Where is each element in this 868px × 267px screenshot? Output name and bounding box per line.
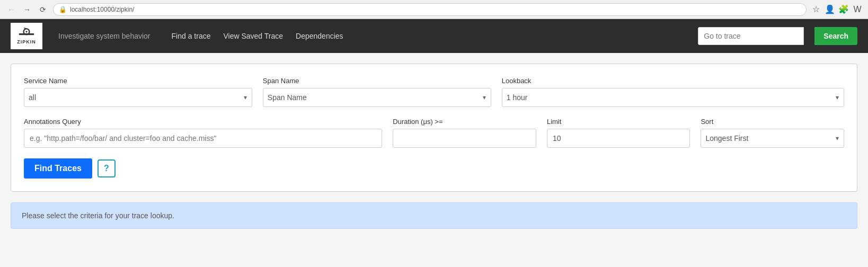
lookback-select-wrapper: 1 hour 2 hours 6 hours 12 hours 1 day 2 … — [502, 88, 844, 107]
sort-select-wrapper: Longest First Newest First — [701, 129, 844, 148]
limit-input[interactable] — [547, 129, 690, 148]
lookback-label: Lookback — [502, 77, 844, 85]
forward-button[interactable]: → — [21, 4, 33, 15]
browser-actions: ☆ 👤 🧩 W — [811, 4, 863, 15]
limit-group: Limit — [547, 118, 690, 148]
navbar: ZIPKIN Investigate system behavior Find … — [0, 19, 868, 53]
sort-label: Sort — [701, 118, 844, 126]
service-name-group: Service Name all — [24, 77, 252, 107]
info-banner: Please select the criteria for your trac… — [11, 202, 857, 229]
annotations-label: Annotations Query — [24, 118, 382, 126]
service-name-select-wrapper: all — [24, 88, 252, 107]
profile-icon[interactable]: 👤 — [825, 4, 835, 15]
sort-select[interactable]: Longest First Newest First — [701, 129, 844, 148]
nav-find-trace[interactable]: Find a trace — [166, 29, 216, 43]
service-name-select[interactable]: all — [24, 88, 252, 107]
url-text: localhost:10000/zipkin/ — [70, 6, 134, 13]
info-banner-message: Please select the criteria for your trac… — [22, 211, 174, 220]
star-icon[interactable]: ☆ — [811, 4, 821, 15]
search-card: Service Name all Span Name Span Name Loo… — [11, 64, 857, 192]
account-icon[interactable]: W — [852, 4, 863, 15]
service-name-label: Service Name — [24, 77, 252, 85]
span-name-select[interactable]: Span Name — [263, 88, 491, 107]
url-bar: 🔒 localhost:10000/zipkin/ — [53, 3, 807, 16]
navbar-search-button[interactable]: Search — [814, 27, 857, 45]
goto-trace-input[interactable] — [698, 27, 804, 45]
find-traces-button[interactable]: Find Traces — [24, 158, 92, 179]
span-name-group: Span Name Span Name — [263, 77, 491, 107]
duration-label: Duration (μs) >= — [393, 118, 536, 126]
nav-view-saved-trace[interactable]: View Saved Trace — [218, 29, 288, 43]
zipkin-logo-svg — [18, 28, 35, 39]
duration-input[interactable] — [393, 129, 536, 148]
nav-dependencies[interactable]: Dependencies — [290, 29, 349, 43]
zipkin-logo-box: ZIPKIN — [11, 23, 42, 49]
navbar-links: Find a trace View Saved Trace Dependenci… — [166, 29, 349, 43]
back-button[interactable]: ← — [5, 4, 17, 15]
action-row: Find Traces ? — [24, 158, 844, 179]
sort-group: Sort Longest First Newest First — [701, 118, 844, 148]
main-content: Service Name all Span Name Span Name Loo… — [0, 53, 868, 267]
lookback-group: Lookback 1 hour 2 hours 6 hours 12 hours… — [502, 77, 844, 107]
refresh-button[interactable]: ⟳ — [37, 4, 49, 15]
annotations-group: Annotations Query — [24, 118, 382, 148]
span-name-label: Span Name — [263, 77, 491, 85]
zipkin-logo[interactable]: ZIPKIN — [11, 23, 42, 49]
browser-chrome: ← → ⟳ 🔒 localhost:10000/zipkin/ ☆ 👤 🧩 W — [0, 0, 868, 19]
svg-line-3 — [24, 28, 26, 29]
span-name-select-wrapper: Span Name — [263, 88, 491, 107]
extensions-icon[interactable]: 🧩 — [838, 4, 849, 15]
lock-icon: 🔒 — [59, 6, 67, 13]
annotations-input[interactable] — [24, 129, 382, 148]
svg-point-2 — [25, 31, 27, 32]
form-row-1: Service Name all Span Name Span Name Loo… — [24, 77, 844, 107]
lookback-select[interactable]: 1 hour 2 hours 6 hours 12 hours 1 day 2 … — [502, 88, 844, 107]
help-button[interactable]: ? — [98, 159, 116, 177]
limit-label: Limit — [547, 118, 690, 126]
duration-group: Duration (μs) >= — [393, 118, 536, 148]
form-row-2: Annotations Query Duration (μs) >= Limit… — [24, 118, 844, 148]
navbar-tagline: Investigate system behavior — [58, 32, 150, 40]
zipkin-logo-text: ZIPKIN — [17, 39, 36, 44]
